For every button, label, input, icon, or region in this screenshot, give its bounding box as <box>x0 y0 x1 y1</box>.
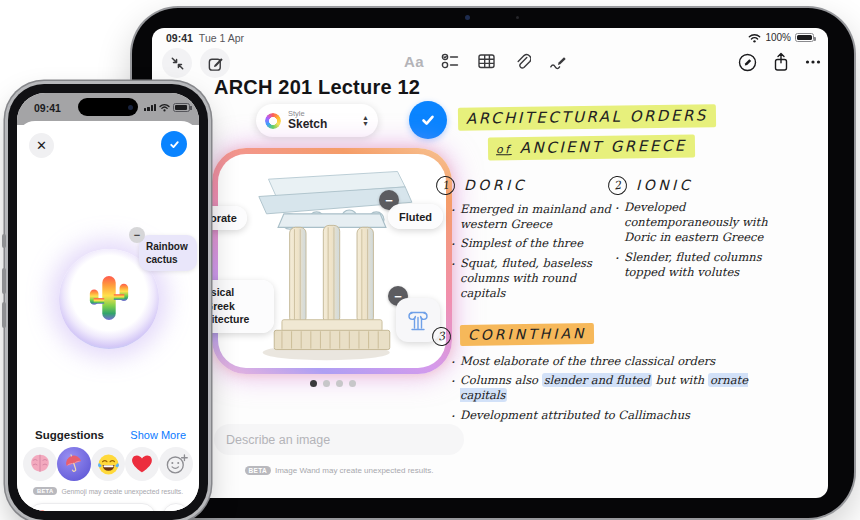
ipad-screen: 09:41 Tue 1 Apr 100% A <box>152 28 828 498</box>
image-pager-dots[interactable] <box>310 380 356 387</box>
beta-text: Image Wand may create unexpected results… <box>275 466 433 475</box>
genmoji-beta-note: BETA Genmoji may create unexpected resul… <box>17 487 199 495</box>
genmoji-descriptor-label[interactable]: Rainbow cactus <box>139 235 197 271</box>
laughing-emoji[interactable] <box>91 447 125 481</box>
marketing-composite: 09:41 Tue 1 Apr 100% A <box>0 0 860 520</box>
beta-text: Genmoji may create unexpected results. <box>61 488 183 495</box>
note-bullet: Columns also slender and fluted but with… <box>450 373 780 403</box>
dynamic-island <box>78 98 138 116</box>
descriptor-line1: Rainbow <box>146 240 190 253</box>
iphone-clock: 09:41 <box>34 102 61 114</box>
note-bullet: Developed contemporaneously with Doric i… <box>614 200 778 246</box>
pill-classical-line1: ssical Greek <box>205 286 265 313</box>
ionic-bullets: Developed contemporaneously with Doric i… <box>614 200 778 284</box>
markup-pen-icon[interactable] <box>738 53 757 72</box>
more-icon[interactable] <box>805 59 821 65</box>
new-genmoji-icon[interactable] <box>159 447 193 481</box>
compose-button[interactable] <box>200 48 230 78</box>
battery-icon <box>795 33 814 42</box>
volume-down-button <box>2 302 6 328</box>
section-name-ionic: IONIC <box>636 177 693 193</box>
rainbow-cactus-emoji <box>86 272 132 326</box>
table-button[interactable] <box>477 52 496 70</box>
cellular-icon <box>144 104 156 112</box>
note-bullet: Squat, fluted, baseless columns with rou… <box>450 256 622 302</box>
ipad-clock: 09:41 <box>166 32 193 44</box>
collapse-button[interactable] <box>162 48 192 78</box>
brain-emoji[interactable] <box>23 447 57 481</box>
people-picker-button[interactable] <box>162 503 190 511</box>
wifi-icon <box>748 33 761 43</box>
accept-image-button[interactable] <box>409 101 447 139</box>
ipad-date: Tue 1 Apr <box>199 32 244 44</box>
show-more-link[interactable]: Show More <box>130 429 186 441</box>
pill-classical-line2: hitecture <box>205 313 249 327</box>
style-picker-value: Sketch <box>288 118 355 131</box>
umbrella-emoji[interactable] <box>57 447 91 481</box>
doric-bullets: Emerged in mainland and western Greece S… <box>450 202 622 305</box>
iphone-screen: 09:41 ✕ <box>17 93 199 511</box>
battery-icon <box>173 103 190 112</box>
pager-dot[interactable] <box>349 380 356 387</box>
ipad-front-camera <box>465 15 470 20</box>
pill-fluted[interactable]: Fluted <box>388 204 443 229</box>
note-title[interactable]: ARCH 201 Lecture 12 <box>214 76 420 99</box>
suggestions-title: Suggestions <box>35 429 104 441</box>
pill-fluted-label: Fluted <box>399 211 432 223</box>
image-wand-beta-note: BETA Image Wand may create unexpected re… <box>214 466 464 475</box>
note-bullet: Slender, fluted columns topped with volu… <box>614 250 778 280</box>
pill-ornate-label: orate <box>210 212 237 224</box>
ipad-statusbar-right: 100% <box>748 32 814 43</box>
volume-up-button <box>2 268 6 294</box>
describe-image-input[interactable] <box>226 433 452 447</box>
ipad-nav-right <box>738 52 821 72</box>
section-number-2: 2 <box>607 175 628 196</box>
format-button[interactable]: Aa <box>404 53 424 70</box>
attach-button[interactable] <box>513 52 531 70</box>
corinthian-bullets: Most elaborate of the three classical or… <box>450 354 780 427</box>
battery-percent: 100% <box>765 32 791 43</box>
beta-badge: BETA <box>33 487 58 495</box>
ipad-nav-left <box>162 48 230 78</box>
ipad-statusbar-left: 09:41 Tue 1 Apr <box>166 32 244 44</box>
handwritten-title-line2: ofANCIENT GREECE <box>488 136 695 159</box>
close-button[interactable]: ✕ <box>29 133 54 158</box>
front-camera-lens <box>128 105 133 110</box>
remove-descriptor-button[interactable]: − <box>129 227 145 243</box>
section-name-corinthian: CORINTHIAN <box>460 324 594 345</box>
wifi-icon <box>159 103 170 112</box>
share-icon[interactable] <box>772 52 790 72</box>
pager-dot[interactable] <box>336 380 343 387</box>
descriptor-line2: cactus <box>146 253 190 266</box>
heart-emoji[interactable] <box>125 447 159 481</box>
checklist-button[interactable] <box>441 52 460 70</box>
intelligence-swirl-icon <box>265 113 281 129</box>
pager-dot[interactable] <box>323 380 330 387</box>
beta-badge: BETA <box>245 466 271 475</box>
confirm-genmoji-button[interactable] <box>161 131 187 157</box>
note-bullet: Most elaborate of the three classical or… <box>450 354 780 369</box>
pager-dot-active[interactable] <box>310 380 317 387</box>
suggestion-emoji-row <box>23 447 193 481</box>
note-bullet: Emerged in mainland and western Greece <box>450 202 622 232</box>
note-bullet: Development attributed to Callimachus <box>450 408 780 423</box>
scribble-button[interactable] <box>548 52 567 70</box>
chevron-up-down-icon: ▲▼ <box>362 115 369 126</box>
style-picker[interactable]: Style Sketch ▲▼ <box>256 104 378 137</box>
action-button <box>2 234 6 248</box>
intelligence-swirl-icon <box>36 510 48 511</box>
iphone-statusbar-icons <box>144 103 190 112</box>
ipad-sensor-dot <box>516 16 519 19</box>
genmoji-input-wrap <box>28 503 156 511</box>
iphone-device: 09:41 ✕ <box>8 84 208 520</box>
section-name-doric: DORIC <box>464 177 527 193</box>
image-wand-input-wrap <box>214 424 464 455</box>
genmoji-sheet: ✕ <box>17 121 199 511</box>
notes-toolbar: Aa <box>404 52 567 70</box>
note-bullet: Simplest of the three <box>450 236 622 251</box>
ipad-device: 09:41 Tue 1 Apr 100% A <box>132 8 854 518</box>
handwritten-title-line1: ARCHITECTURAL ORDERS <box>458 106 716 129</box>
